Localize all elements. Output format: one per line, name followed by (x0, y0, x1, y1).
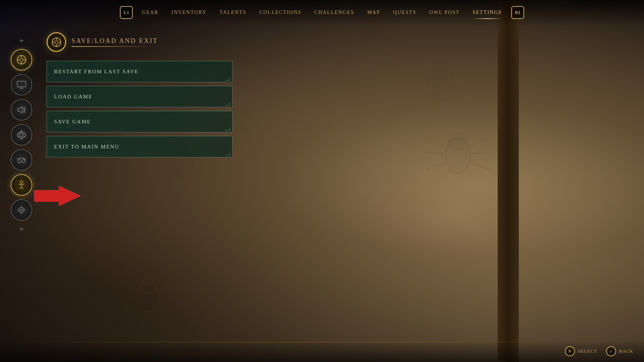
compass-icon (51, 37, 62, 48)
svg-marker-63 (18, 107, 22, 113)
svg-line-21 (394, 64, 404, 68)
section-header: SAVE/LOAD AND EXIT (47, 32, 261, 52)
restart-button[interactable]: RESTART FROM LAST SAVE (47, 61, 233, 82)
svg-rect-60 (17, 81, 26, 87)
accessibility-svg-icon (16, 180, 27, 190)
svg-line-35 (109, 282, 118, 285)
nav-item-settings[interactable]: SETTINGS (466, 7, 508, 18)
svg-line-39 (159, 282, 179, 292)
nav-item-collections[interactable]: COLLECTIONS (253, 7, 308, 18)
svg-line-46 (426, 136, 445, 147)
controller-svg-icon (16, 155, 27, 165)
svg-point-69 (20, 181, 23, 184)
exit-main-menu-button-label: EXIT TO MAIN MENU (54, 144, 119, 150)
svg-line-38 (118, 307, 138, 314)
svg-point-55 (20, 58, 23, 62)
svg-line-28 (478, 80, 488, 88)
header-title-wrap: SAVE/LOAD AND EXIT (72, 37, 158, 47)
load-game-button-label: LOAD GAME (54, 94, 93, 100)
svg-line-24 (404, 89, 426, 97)
section-title: SAVE/LOAD AND EXIT (72, 37, 158, 45)
nav-item-gear[interactable]: GEAR (136, 7, 165, 18)
svg-line-43 (159, 307, 179, 314)
svg-point-33 (141, 279, 156, 293)
svg-line-29 (454, 89, 476, 97)
svg-point-67 (23, 158, 24, 160)
r1-button[interactable]: R1 (511, 6, 524, 19)
svg-line-6 (147, 170, 170, 173)
load-game-button[interactable]: LOAD GAME (47, 86, 233, 107)
creature-sketch-right (415, 118, 501, 193)
svg-line-26 (476, 64, 487, 68)
display-svg-icon (16, 79, 27, 90)
navigation-bar: L1 GEAR INVENTORY TALENTS COLLECTIONS CH… (0, 0, 644, 25)
header-underline (72, 46, 150, 47)
nav-item-quests[interactable]: QUESTS (387, 7, 423, 18)
select-control: ✕ SELECT (565, 346, 597, 356)
nav-item-challenges[interactable]: CHALLENGES (308, 7, 361, 18)
svg-line-41 (159, 298, 181, 299)
svg-line-49 (470, 136, 490, 147)
sidebar-bottom-plus: + (19, 224, 24, 234)
svg-line-37 (107, 298, 116, 305)
svg-line-23 (392, 80, 402, 88)
svg-point-78 (55, 40, 58, 44)
svg-line-7 (132, 173, 147, 184)
select-label: SELECT (578, 348, 597, 354)
svg-line-13 (195, 170, 218, 173)
exit-main-menu-button[interactable]: EXIT TO MAIN MENU (47, 136, 233, 157)
sidebar-icon-display[interactable] (11, 74, 32, 96)
red-arrow-svg (34, 186, 80, 206)
svg-line-36 (116, 298, 138, 299)
network-svg-icon (16, 205, 27, 215)
sidebar-icon-controller[interactable] (11, 149, 32, 171)
sidebar-top-plus: + (19, 36, 24, 45)
sidebar: + (11, 36, 32, 326)
back-label: BACK (619, 348, 633, 354)
restart-button-label: RESTART FROM LAST SAVE (54, 69, 139, 75)
svg-line-14 (218, 173, 233, 184)
svg-line-50 (470, 152, 492, 154)
save-game-button[interactable]: SAVE GAME (47, 111, 233, 132)
gear-svg-icon (16, 129, 27, 140)
nav-item-owl-post[interactable]: OWL POST (423, 7, 466, 18)
sidebar-icon-audio[interactable] (11, 99, 32, 121)
svg-point-68 (24, 160, 25, 161)
svg-line-40 (179, 282, 188, 285)
svg-point-70 (21, 209, 22, 211)
nav-item-inventory[interactable]: INVENTORY (165, 7, 213, 18)
svg-marker-76 (34, 186, 80, 206)
back-button-symbol: ○ (609, 348, 613, 354)
svg-line-20 (404, 64, 426, 75)
sidebar-icon-settings[interactable] (11, 124, 32, 146)
main-content: SAVE/LOAD AND EXIT RESTART FROM LAST SAV… (47, 32, 261, 161)
red-arrow-indicator (34, 186, 80, 207)
sidebar-icon-save-load[interactable] (11, 49, 32, 70)
sidebar-icon-accessibility[interactable] (11, 174, 32, 196)
audio-svg-icon (16, 104, 27, 115)
nav-item-map[interactable]: MAP (361, 7, 386, 18)
section-header-icon (47, 32, 66, 52)
l1-button[interactable]: L1 (120, 6, 133, 19)
svg-line-25 (454, 64, 476, 75)
back-control: ○ BACK (606, 346, 633, 356)
svg-line-34 (118, 282, 138, 292)
svg-line-15 (195, 175, 216, 186)
svg-line-47 (424, 152, 445, 154)
back-button-icon[interactable]: ○ (606, 346, 616, 356)
creature-sketch-bottom (107, 262, 190, 333)
svg-line-27 (454, 80, 478, 82)
svg-line-42 (181, 298, 190, 305)
sidebar-icon-network[interactable] (11, 199, 32, 221)
nav-item-talents[interactable]: TALENTS (213, 7, 253, 18)
svg-line-51 (470, 163, 490, 170)
bottom-bar: ✕ SELECT ○ BACK (0, 341, 644, 362)
save-load-svg-icon (16, 54, 27, 65)
svg-point-71 (19, 207, 24, 212)
creature-sketch-top-right (390, 47, 490, 125)
bottom-controls: ✕ SELECT ○ BACK (565, 346, 633, 356)
svg-point-45 (449, 133, 467, 150)
svg-point-19 (430, 59, 450, 77)
select-button-symbol: ✕ (568, 348, 572, 354)
select-button-icon[interactable]: ✕ (565, 346, 575, 356)
